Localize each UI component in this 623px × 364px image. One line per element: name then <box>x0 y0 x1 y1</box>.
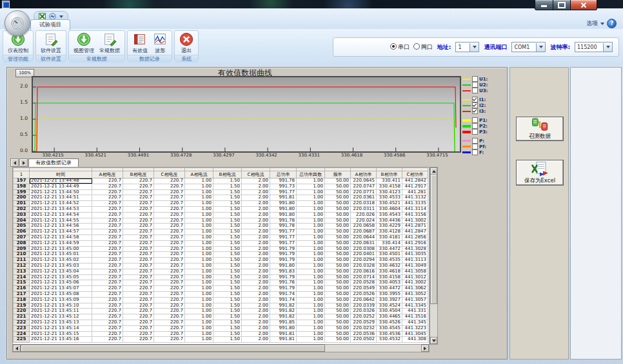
cell[interactable]: 991.78 <box>270 178 297 184</box>
time-cell[interactable]: 2021-12-21 13:45:15 <box>30 331 92 337</box>
cell[interactable]: 50.00 <box>325 297 351 303</box>
cell[interactable]: 220.7 <box>154 286 185 292</box>
cell[interactable]: 1.00 <box>185 303 213 309</box>
row-number[interactable]: 207 <box>14 235 30 240</box>
cell[interactable]: 441.281 <box>402 189 428 195</box>
cell[interactable]: 1.50 <box>213 246 242 252</box>
time-cell[interactable]: 2021-12-21 13:44:50 <box>30 189 92 195</box>
cell[interactable]: 220.7 <box>154 212 185 218</box>
cell[interactable]: 220.0339 <box>351 303 377 309</box>
scroll-down-button[interactable] <box>430 337 437 344</box>
cell[interactable]: 991.82 <box>270 303 297 309</box>
cell[interactable]: 220.7 <box>92 218 123 224</box>
cell[interactable]: 220.7 <box>123 218 154 224</box>
cell[interactable]: 220.7 <box>154 309 185 314</box>
cell[interactable]: 220.7 <box>123 212 154 218</box>
cell[interactable]: 50.00 <box>325 229 351 235</box>
cell[interactable]: 220.0549 <box>351 286 377 292</box>
cell[interactable]: 220.7 <box>92 258 123 263</box>
cell[interactable]: 441.3345 <box>402 303 428 309</box>
cell[interactable]: 220.0645 <box>351 178 377 184</box>
row-number[interactable]: 217 <box>14 291 30 297</box>
cell[interactable]: 1.00 <box>297 201 325 207</box>
cell[interactable]: 2.00 <box>242 291 270 297</box>
cell[interactable]: 2.00 <box>242 258 270 263</box>
cell[interactable]: 220.7 <box>92 189 123 195</box>
cell[interactable]: 2.00 <box>242 337 270 343</box>
cell[interactable]: 220.7 <box>154 195 185 201</box>
cell[interactable]: 220.0714 <box>351 274 377 280</box>
cell[interactable]: 1.00 <box>297 263 325 269</box>
row-number[interactable]: 215 <box>14 280 30 286</box>
cell[interactable]: 220.0771 <box>351 189 377 195</box>
cell[interactable]: 1.00 <box>185 189 213 195</box>
application-menu-orb[interactable] <box>5 10 30 36</box>
cell[interactable]: 1.00 <box>297 320 325 325</box>
cell[interactable]: 1.50 <box>213 206 242 212</box>
cell[interactable]: 2.00 <box>242 201 270 207</box>
cell[interactable]: 220.7 <box>92 320 123 325</box>
cell[interactable]: 220.7 <box>123 309 154 314</box>
cell[interactable]: 1.00 <box>297 337 325 343</box>
cell[interactable]: 220.7 <box>123 263 154 269</box>
cell[interactable]: 441.3223 <box>402 325 428 331</box>
cell[interactable]: 441.3062 <box>402 286 428 292</box>
cell[interactable]: 220.0658 <box>351 224 377 229</box>
column-header-9[interactable]: 频率 <box>325 171 351 178</box>
cell[interactable]: 1.00 <box>297 258 325 263</box>
cell[interactable]: 220.7 <box>92 206 123 212</box>
cell[interactable]: 441.3052 <box>402 291 428 297</box>
cell[interactable]: 1.50 <box>213 235 242 240</box>
cell[interactable]: 220.0326 <box>351 309 377 314</box>
cell[interactable]: 1.00 <box>185 325 213 331</box>
row-number[interactable]: 201 <box>14 201 30 207</box>
cell[interactable]: 220.0526 <box>351 291 377 297</box>
sheet-tab-rms-record[interactable]: 有效值数据记录 <box>28 158 79 167</box>
cell[interactable]: 220.7 <box>154 240 185 246</box>
cell[interactable]: 220.7 <box>154 320 185 325</box>
cell[interactable]: 1.00 <box>185 229 213 235</box>
time-cell[interactable]: 2021-12-21 13:45:13 <box>30 320 92 325</box>
legend-checkbox-pf[interactable] <box>472 144 478 149</box>
column-header-8[interactable]: 总功率因数 <box>297 171 325 178</box>
cell[interactable]: 991.79 <box>270 274 297 280</box>
cell[interactable]: 441.3156 <box>402 212 428 218</box>
cell[interactable]: 1.50 <box>213 189 242 195</box>
cell[interactable]: 220.7 <box>154 291 185 297</box>
cell[interactable]: 220.7 <box>123 320 154 325</box>
cell[interactable]: 991.77 <box>270 189 297 195</box>
cell[interactable]: 220.0631 <box>351 240 377 246</box>
row-number[interactable]: 205 <box>14 224 30 229</box>
cell[interactable]: 2.00 <box>242 224 270 229</box>
cell[interactable]: 1.00 <box>297 218 325 224</box>
cell[interactable]: 991.80 <box>270 325 297 331</box>
cell[interactable]: 330.4158 <box>377 274 402 280</box>
cell[interactable]: 220.0747 <box>351 184 377 189</box>
cell[interactable]: 1.00 <box>185 263 213 269</box>
cell[interactable]: 2.00 <box>242 252 270 258</box>
cell[interactable]: 220.0311 <box>351 206 377 212</box>
cell[interactable]: 441.2842 <box>402 178 428 184</box>
cell[interactable]: 220.0401 <box>351 252 377 258</box>
cell[interactable]: 2.00 <box>242 280 270 286</box>
cell[interactable]: 50.00 <box>325 218 351 224</box>
cell[interactable]: 991.80 <box>270 263 297 269</box>
ribbon-button-rms-value[interactable]: 有效值 <box>130 32 150 55</box>
cell[interactable]: 50.00 <box>325 252 351 258</box>
cell[interactable]: 441.3012 <box>402 274 428 280</box>
cell[interactable]: 991.80 <box>270 206 297 212</box>
cell[interactable]: 441.3113 <box>402 258 428 263</box>
cell[interactable]: 220.7 <box>92 240 123 246</box>
cell[interactable]: 991.74 <box>270 291 297 297</box>
cell[interactable]: 991.76 <box>270 280 297 286</box>
cell[interactable]: 220.7 <box>123 252 154 258</box>
cell[interactable]: 220.0318 <box>351 201 377 207</box>
cell[interactable]: 1.00 <box>185 280 213 286</box>
cell[interactable]: 991.82 <box>270 309 297 314</box>
time-cell[interactable]: 2021-12-21 13:45:12 <box>30 314 92 320</box>
cell[interactable]: 220.7 <box>123 286 154 292</box>
cell[interactable]: 991.74 <box>270 297 297 303</box>
row-number[interactable]: 202 <box>14 206 30 212</box>
cell[interactable]: 220.7 <box>92 195 123 201</box>
cell[interactable]: 1.00 <box>297 325 325 331</box>
